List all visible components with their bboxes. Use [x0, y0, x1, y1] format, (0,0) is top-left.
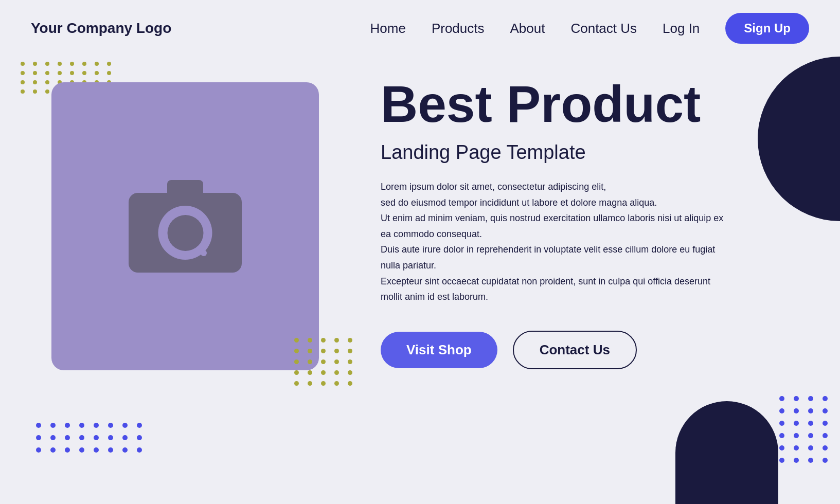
- hero-subtitle: Landing Page Template: [381, 141, 809, 164]
- body-line5: Excepteur sint occaecat cupidatat non pr…: [381, 276, 710, 302]
- nav-item-signup[interactable]: Sign Up: [725, 13, 809, 44]
- nav-link-contact[interactable]: Contact Us: [570, 21, 637, 36]
- visit-shop-button[interactable]: Visit Shop: [381, 332, 497, 368]
- nav-link-products[interactable]: Products: [432, 21, 485, 36]
- dots-bottom-right: [294, 338, 355, 386]
- hero-buttons: Visit Shop Contact Us: [381, 331, 809, 369]
- camera-icon: [129, 180, 242, 273]
- body-line4: Duis aute irure dolor in reprehenderit i…: [381, 244, 715, 271]
- product-card: [51, 82, 319, 370]
- nav-link-login[interactable]: Log In: [663, 21, 700, 36]
- dots-right: [779, 396, 830, 463]
- body-line2: sed do eiusmod tempor incididunt ut labo…: [381, 197, 657, 208]
- nav-link-home[interactable]: Home: [370, 21, 406, 36]
- company-logo: Your Company Logo: [31, 20, 171, 37]
- contact-us-button[interactable]: Contact Us: [513, 331, 637, 369]
- nav-item-home[interactable]: Home: [370, 21, 406, 37]
- hero-left: [31, 67, 339, 370]
- hero-section: Best Product Landing Page Template Lorem…: [0, 57, 840, 370]
- signup-button[interactable]: Sign Up: [725, 13, 809, 44]
- camera-body: [129, 193, 242, 273]
- hero-body: Lorem ipsum dolor sit amet, consectetur …: [381, 179, 730, 305]
- nav-links: Home Products About Contact Us Log In Si…: [370, 13, 809, 44]
- body-line1: Lorem ipsum dolor sit amet, consectetur …: [381, 182, 606, 192]
- dots-bottom-left: [36, 423, 144, 453]
- navbar: Your Company Logo Home Products About Co…: [0, 0, 840, 57]
- hero-title: Best Product: [381, 77, 809, 131]
- hero-right: Best Product Landing Page Template Lorem…: [339, 67, 809, 369]
- nav-link-about[interactable]: About: [510, 21, 545, 36]
- camera-lens-inner: [167, 215, 203, 251]
- body-line3: Ut enim ad minim veniam, quis nostrud ex…: [381, 213, 723, 239]
- camera-dot: [201, 250, 207, 256]
- decorative-circle-bottom-right: [675, 401, 778, 504]
- camera-top: [167, 180, 203, 194]
- nav-item-products[interactable]: Products: [432, 21, 485, 37]
- nav-item-about[interactable]: About: [510, 21, 545, 37]
- nav-item-login[interactable]: Log In: [663, 21, 700, 37]
- nav-item-contact[interactable]: Contact Us: [570, 21, 637, 37]
